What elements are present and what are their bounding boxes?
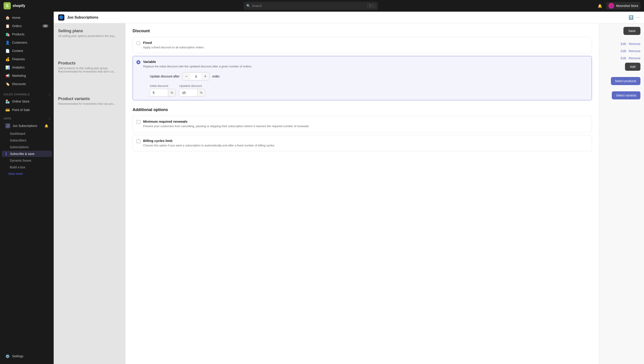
sidebar-item-content-label: Content [12, 49, 23, 53]
shopify-logo[interactable]: S shopify [4, 2, 25, 10]
sidebar-item-customers-label: Customers [12, 41, 27, 44]
discount-section: Discount Fixed Apply a fixed discount to… [132, 29, 592, 100]
billing-cycles-label: Billing cycles limit [143, 139, 275, 143]
point-of-sale-icon: 💳 [5, 108, 10, 112]
juo-app-icon: J [5, 123, 10, 128]
sidebar-item-discounts-label: Discounts [12, 82, 26, 86]
billing-cycles-checkbox[interactable] [136, 139, 140, 143]
stepper-plus-button[interactable]: + [201, 72, 209, 80]
top-navigation: S shopify 🔍 ⌘ K 🔔 Moonshot Store [0, 0, 644, 12]
remove-button-2[interactable]: Remove [629, 48, 640, 54]
sidebar-item-juo-subscriptions[interactable]: J Juo Subscriptions 🔔 [2, 122, 52, 130]
finances-icon: 💰 [5, 57, 10, 61]
sidebar-item-analytics[interactable]: 📊 Analytics [2, 63, 52, 71]
expand-icon[interactable]: › [49, 93, 50, 96]
sidebar-item-finances[interactable]: 💰 Finances [2, 55, 52, 63]
sidebar-item-online-store[interactable]: 🏪 Online Store [2, 97, 52, 105]
edit-button-2[interactable]: Edit [621, 48, 626, 54]
sidebar-settings: ⚙️ Settings [0, 350, 54, 364]
initial-discount-group: Initial discount % [150, 84, 176, 96]
sidebar-item-orders-label: Orders [12, 24, 22, 28]
update-discount-row: Update discount after − + order. [150, 72, 588, 81]
minimum-renewals-label: Minimum required renewals [143, 120, 310, 123]
sidebar-sub-item-dynamic-boxes[interactable]: Dynamic boxes [2, 157, 52, 164]
store-selector[interactable]: Moonshot Store [606, 2, 640, 10]
shopify-logo-icon: S [4, 2, 11, 10]
sidebar-item-home-label: Home [12, 16, 20, 20]
sidebar-sub-item-subscribers[interactable]: Subscribers [2, 137, 52, 143]
discounts-icon: 🏷️ [5, 82, 10, 86]
sub-header-title: Juo Subscriptions [67, 16, 98, 20]
notification-icon[interactable]: 🔔 [596, 2, 604, 10]
selling-plans-right-section: Edit Remove Edit Remove Edit Remove Add [603, 41, 640, 71]
stepper-minus-button[interactable]: − [182, 72, 190, 80]
products-desc: Add products to this selling plan group.… [58, 67, 121, 73]
bell-icon[interactable]: 🔔 [44, 124, 48, 128]
updated-discount-input[interactable] [179, 89, 197, 96]
sidebar-item-products[interactable]: 🛍️ Products [2, 30, 52, 38]
search-bar[interactable]: 🔍 ⌘ K [244, 2, 378, 10]
discount-fields: Initial discount % Updated discount [150, 84, 588, 96]
sidebar-sub-item-build-a-box[interactable]: Build a box [2, 164, 52, 170]
minimum-renewals-checkbox[interactable] [136, 120, 140, 124]
products-title: Products [58, 61, 121, 66]
additional-options-section: Additional options Minimum required rene… [132, 107, 592, 151]
variable-radio-button[interactable] [136, 60, 140, 64]
product-variants-title: Product variants [58, 96, 121, 101]
edit-button-3[interactable]: Edit [621, 56, 626, 61]
sidebar-item-home[interactable]: 🏠 Home [2, 14, 52, 22]
minimum-renewals-card[interactable]: Minimum required renewals Prevent your c… [132, 116, 592, 132]
sidebar-item-marketing[interactable]: 📢 Marketing [2, 72, 52, 80]
fixed-radio-card[interactable]: Fixed Apply a fixed discount to all subs… [132, 37, 592, 53]
home-icon: 🏠 [5, 16, 10, 20]
sales-channels-label: Sales channels [4, 93, 30, 96]
fixed-option-desc: Apply a fixed discount to all subscripti… [143, 46, 204, 50]
fixed-option-label: Fixed [143, 41, 204, 45]
selling-plans-desc: All selling plan options presented to th… [58, 34, 121, 38]
search-shortcut: ⌘ K [368, 4, 375, 8]
products-right-section: Select products [603, 77, 640, 85]
minimum-renewals-content: Minimum required renewals Prevent your c… [143, 120, 310, 128]
edit-button-1[interactable]: Edit [621, 41, 626, 47]
updated-discount-unit: % [197, 89, 204, 96]
select-variants-button[interactable]: Select variants [612, 91, 640, 99]
sidebar-item-orders[interactable]: 📋 Orders 25 [2, 22, 52, 30]
updated-discount-group: Updated discount % [179, 84, 205, 96]
stepper: − + [182, 72, 210, 81]
initial-discount-input[interactable] [150, 89, 168, 96]
products-icon: 🛍️ [5, 32, 10, 37]
save-button[interactable]: Save [624, 27, 640, 35]
stepper-value-input[interactable] [190, 73, 201, 80]
billing-cycles-card[interactable]: Billing cycles limit Choose this option … [132, 135, 592, 151]
view-more-link[interactable]: View more [0, 170, 54, 177]
sidebar-main-nav: 🏠 Home 📋 Orders 25 🛍️ Products 👤 Custome… [0, 12, 54, 90]
subscriptions-label: Subscriptions [10, 145, 28, 149]
sidebar-item-customers[interactable]: 👤 Customers [2, 39, 52, 47]
add-button[interactable]: Add [625, 63, 640, 71]
sub-header-share-icon[interactable]: ⬆️ [628, 15, 634, 20]
fixed-radio-button[interactable] [136, 41, 140, 45]
variable-radio-card[interactable]: Variable Replace the initial discount wi… [132, 56, 592, 100]
sidebar-item-settings[interactable]: ⚙️ Settings [2, 352, 52, 360]
select-products-button[interactable]: Select products [611, 77, 641, 85]
additional-options-title: Additional options [132, 107, 592, 112]
sidebar-sub-item-subscriptions[interactable]: Subscriptions [2, 144, 52, 150]
remove-button-3[interactable]: Remove [629, 56, 640, 61]
sidebar-item-point-of-sale[interactable]: 💳 Point of Sale [2, 106, 52, 114]
sidebar-sub-item-dashboard[interactable]: Dashboard [2, 130, 52, 137]
initial-discount-unit: % [168, 89, 175, 96]
sub-header-more-icon[interactable]: ··· [636, 15, 640, 20]
store-avatar [608, 3, 614, 9]
sidebar-item-discounts[interactable]: 🏷️ Discounts [2, 80, 52, 88]
search-input[interactable] [252, 4, 366, 8]
sidebar-sub-item-subscribe-save[interactable]: Subscribe & save [2, 151, 52, 157]
edit-remove-row-2: Edit Remove [603, 48, 640, 54]
right-panel: Save Edit Remove Edit Remove Edit Remove… [599, 23, 644, 364]
updated-discount-input-row: % [179, 89, 205, 96]
sidebar-item-content[interactable]: 📄 Content [2, 47, 52, 55]
initial-discount-label: Initial discount [150, 84, 176, 88]
center-panel: Discount Fixed Apply a fixed discount to… [125, 23, 599, 364]
search-icon: 🔍 [246, 4, 250, 8]
remove-button-1[interactable]: Remove [629, 41, 640, 47]
apps-expand-icon[interactable]: › [49, 117, 50, 120]
